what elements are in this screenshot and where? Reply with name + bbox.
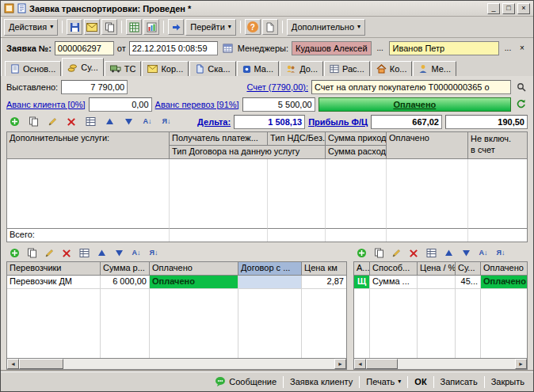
print-button[interactable]: Печать ▾	[364, 375, 403, 388]
services-col-vat[interactable]: Тип НДС/Без...	[268, 132, 326, 146]
services-sort-asc-button[interactable]: А↓	[139, 114, 155, 130]
payment-row-method[interactable]: Сумма ...	[370, 276, 418, 289]
date-field[interactable]: 22.12.2015 0:08:59	[129, 41, 218, 55]
extra-button[interactable]: Дополнительно ▾	[287, 19, 365, 36]
services-body-cell[interactable]	[387, 159, 468, 228]
scroll-left-button[interactable]: ◄	[7, 359, 19, 369]
request-number-field[interactable]: 000006297	[55, 41, 114, 55]
carriers-sort-desc-button[interactable]: Я↓	[146, 245, 162, 261]
tab-correspondence[interactable]: Кор...	[142, 61, 189, 76]
carrier-row-name[interactable]: Перевозчик ДМ	[7, 276, 101, 289]
services-delete-button[interactable]	[63, 114, 79, 130]
actions-button[interactable]: Действия ▾	[4, 19, 58, 36]
payments-col-method[interactable]: Способ...	[370, 262, 418, 276]
manager-chip-2[interactable]: Иванов Петр	[389, 41, 499, 55]
payments-sort-desc-button[interactable]: Я↓	[493, 245, 509, 261]
calendar-button[interactable]	[221, 41, 235, 55]
payment-row-price[interactable]	[418, 276, 456, 289]
tab-routes[interactable]: Ма...	[237, 61, 280, 76]
carriers-empty-cell[interactable]	[101, 289, 150, 358]
close-form-button[interactable]: Закрыть	[489, 375, 527, 388]
services-body-cell[interactable]	[7, 159, 170, 228]
carriers-col-price[interactable]: Цена км	[302, 262, 346, 276]
report-icon-button[interactable]	[143, 19, 159, 35]
maximize-button[interactable]: □	[502, 3, 515, 14]
copy-icon-button[interactable]	[101, 19, 117, 35]
carrier-row-price[interactable]: 2,87	[302, 276, 346, 289]
payments-add-button[interactable]	[353, 245, 369, 261]
tab-company[interactable]: Ко...	[371, 61, 413, 76]
payments-empty-cell[interactable]	[481, 289, 527, 358]
paid-status-button[interactable]: Оплачено	[318, 97, 511, 112]
tab-contracts[interactable]: До...	[280, 61, 323, 76]
profit-field-1[interactable]: 667,02	[371, 115, 442, 129]
payments-col-price[interactable]: Цена / %	[418, 262, 456, 276]
services-col-paid[interactable]: Оплачено	[387, 132, 468, 159]
issued-field[interactable]: 7 790,00	[61, 80, 128, 94]
mail-icon-button[interactable]	[84, 19, 100, 35]
services-body-cell[interactable]	[326, 159, 387, 228]
payments-empty-cell[interactable]	[456, 289, 481, 358]
payments-edit-button[interactable]	[388, 245, 404, 261]
services-col-payee[interactable]: Получатель платеж...	[170, 132, 268, 146]
minimize-button[interactable]: _	[487, 3, 500, 14]
carriers-empty-cell[interactable]	[302, 289, 346, 358]
advance-client-field[interactable]: 0,00	[89, 97, 152, 112]
client-request-button[interactable]: Заявка клиенту	[288, 375, 355, 388]
carriers-col-sum[interactable]: Сумма р...	[101, 262, 150, 276]
invoice-link[interactable]: Счет (7790,00):	[246, 82, 308, 92]
delta-link[interactable]: Дельта:	[197, 117, 231, 127]
goto-button[interactable]: Перейти ▾	[185, 19, 236, 36]
write-button[interactable]: Записать	[438, 375, 480, 388]
services-list-button[interactable]	[82, 114, 98, 130]
services-move-up-button[interactable]	[101, 114, 117, 130]
scroll-track[interactable]	[19, 359, 334, 369]
services-col-excluded[interactable]: Не включ. в счет	[468, 132, 527, 159]
carriers-move-up-button[interactable]	[93, 245, 109, 261]
services-col-income[interactable]: Сумма приход	[326, 132, 387, 146]
tab-scans[interactable]: Ска...	[189, 61, 235, 76]
carrier-row-paid[interactable]: Оплачено	[150, 276, 238, 289]
payments-list-button[interactable]	[423, 245, 439, 261]
carriers-edit-button[interactable]	[41, 245, 57, 261]
carriers-col-paid[interactable]: Оплачено	[150, 262, 238, 276]
managers-clear-button[interactable]: ×	[517, 42, 528, 55]
scroll-thumb[interactable]	[19, 359, 63, 369]
payments-move-down-button[interactable]	[458, 245, 474, 261]
save-icon-button[interactable]	[67, 19, 82, 35]
structure-icon-button[interactable]	[126, 19, 142, 35]
services-body-cell[interactable]	[268, 159, 326, 228]
carriers-add-button[interactable]	[6, 245, 22, 261]
manager-chip-1[interactable]: Кудашов Алексей	[292, 41, 372, 55]
profit-field-2[interactable]: 190,50	[445, 115, 528, 129]
payments-empty-cell[interactable]	[370, 289, 418, 358]
ok-button[interactable]: ОК	[412, 375, 429, 388]
payment-row-sum[interactable]: 45...	[456, 276, 481, 289]
tab-main[interactable]: Основ...	[5, 61, 61, 76]
payments-empty-cell[interactable]	[354, 289, 370, 358]
go-arrow-button[interactable]	[168, 19, 184, 35]
tab-sums[interactable]: Су...	[62, 58, 104, 76]
tab-managers[interactable]: Ме...	[413, 61, 456, 76]
services-col-expense[interactable]: Сумма расход	[326, 146, 387, 159]
services-edit-button[interactable]	[44, 114, 60, 130]
carriers-empty-cell[interactable]	[238, 289, 302, 358]
managers-select-button[interactable]: ...	[502, 42, 513, 55]
refresh-button[interactable]	[514, 97, 528, 111]
payments-delete-button[interactable]	[406, 245, 421, 261]
scroll-track[interactable]	[366, 359, 515, 369]
carrier-row-contract[interactable]	[238, 276, 302, 289]
tab-vehicle[interactable]: ТС	[105, 61, 142, 76]
carriers-move-down-button[interactable]	[111, 245, 127, 261]
advance-client-link[interactable]: Аванс клиента [0%]	[6, 100, 86, 109]
scroll-right-button[interactable]: ►	[515, 359, 527, 369]
manager-lookup-button[interactable]: ...	[375, 42, 386, 55]
tab-calculations[interactable]: Рас...	[324, 61, 370, 76]
close-button[interactable]: ×	[517, 3, 530, 14]
carriers-copy-button[interactable]	[24, 245, 40, 261]
services-add-button[interactable]	[6, 114, 22, 130]
carriers-col-name[interactable]: Перевозчики	[7, 262, 101, 276]
invoice-search-button[interactable]	[514, 80, 528, 93]
services-copy-button[interactable]	[25, 114, 41, 130]
services-col-contract-type[interactable]: Тип Договора на данную услугу	[170, 146, 326, 159]
